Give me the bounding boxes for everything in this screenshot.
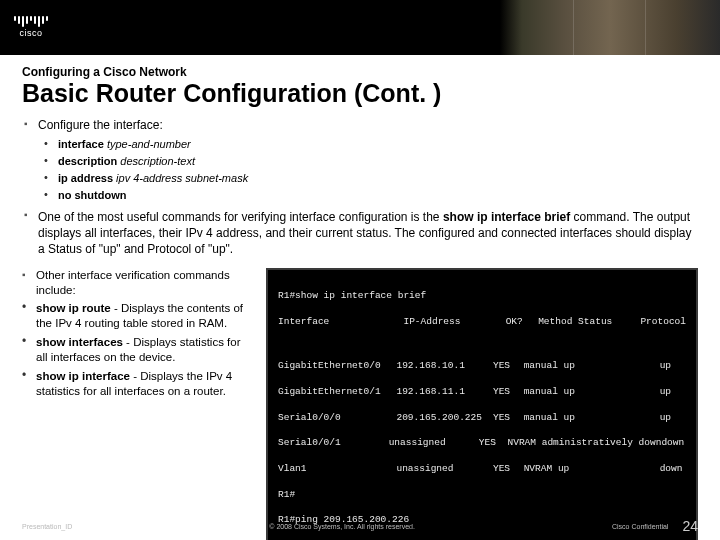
cli-cell: NVRAM up — [524, 463, 660, 476]
cli-cell: down — [660, 463, 686, 476]
cisco-logo: cisco — [14, 16, 48, 39]
para1-pre: One of the most useful commands for veri… — [38, 210, 443, 224]
spacer — [278, 342, 686, 348]
cli-cell: GigabitEthernet0/0 — [278, 360, 396, 373]
header-photo — [500, 0, 720, 55]
cli-cell: YES — [493, 412, 524, 425]
slide-footer: Presentation_ID © 2008 Cisco Systems, In… — [0, 518, 720, 534]
cli-cell: manual up — [524, 412, 660, 425]
cli-cell: 192.168.10.1 — [396, 360, 493, 373]
footer-copyright: © 2008 Cisco Systems, Inc. All rights re… — [72, 523, 612, 530]
cmd-row: ip address ipv 4-address subnet-mask — [44, 172, 698, 184]
left-item-bold: show ip interface — [36, 370, 130, 382]
cli-cell: YES — [493, 360, 524, 373]
cli-cell: YES — [493, 463, 524, 476]
cmd-arg: type-and-number — [107, 138, 191, 150]
footer-right: Cisco Confidential — [612, 523, 668, 530]
command-list: interface type-and-number description de… — [44, 138, 698, 201]
cmd-name: ip address — [58, 172, 113, 184]
page-number: 24 — [682, 518, 698, 534]
cli-cell: up — [660, 386, 686, 399]
section1-heading: Configure the interface: — [24, 118, 698, 132]
cmd-name: description — [58, 155, 117, 167]
slide-content: Configuring a Cisco Network Basic Router… — [0, 55, 720, 540]
cmd-row: no shutdown — [44, 189, 698, 201]
cisco-bars-icon — [14, 16, 48, 27]
cmd-name: interface — [58, 138, 104, 150]
cli-cell: 209.165.200.225 — [396, 412, 493, 425]
cli-cell: YES — [493, 386, 524, 399]
cmd-arg: description-text — [120, 155, 195, 167]
cli-cell: Vlan1 — [278, 463, 396, 476]
paragraph-1: One of the most useful commands for veri… — [24, 209, 698, 258]
cli-cell: manual up — [524, 386, 660, 399]
cli-col: Interface — [278, 316, 403, 329]
left-item: show interfaces - Displays statistics fo… — [22, 335, 252, 365]
cmd-row: interface type-and-number — [44, 138, 698, 150]
cli-output: R1#show ip interface brief InterfaceIP-A… — [266, 268, 698, 540]
cli-data-row: Vlan1unassignedYESNVRAM updown — [278, 463, 686, 476]
left-column: Other interface verification commands in… — [22, 268, 252, 540]
cli-cell: 192.168.11.1 — [396, 386, 493, 399]
cli-cell: down — [661, 437, 686, 450]
logo-text: cisco — [14, 29, 48, 39]
cli-cell: GigabitEthernet0/1 — [278, 386, 396, 399]
cli-col: Method Status — [538, 316, 640, 329]
cli-cell: Serial0/0/1 — [278, 437, 389, 450]
cli-cell: manual up — [524, 360, 660, 373]
cli-header-row: InterfaceIP-AddressOK?Method StatusProto… — [278, 316, 686, 329]
para1-bold: show ip interface brief — [443, 210, 570, 224]
two-column-row: Other interface verification commands in… — [22, 268, 698, 540]
left-item: show ip interface - Displays the IPv 4 s… — [22, 369, 252, 399]
cli-data-row: Serial0/0/1unassignedYESNVRAM administra… — [278, 437, 686, 450]
bullet-list-1: Configure the interface: — [24, 118, 698, 132]
cli-cell: unassigned — [396, 463, 493, 476]
cli-col: OK? — [506, 316, 539, 329]
cmd-arg: ipv 4-address subnet-mask — [116, 172, 248, 184]
left-item-bold: show ip route — [36, 302, 111, 314]
cli-cell: up — [660, 360, 686, 373]
cli-prompt: R1#show ip interface brief — [278, 290, 686, 303]
cli-cell: YES — [479, 437, 508, 450]
cli-cell: up — [660, 412, 686, 425]
cli-data-row: GigabitEthernet0/0192.168.10.1YESmanual … — [278, 360, 686, 373]
cmd-row: description description-text — [44, 155, 698, 167]
left-item-bold: show interfaces — [36, 336, 123, 348]
left-item: show ip route - Displays the contents of… — [22, 301, 252, 331]
bullet-list-2: One of the most useful commands for veri… — [24, 209, 698, 258]
cli-data-row: GigabitEthernet0/1192.168.11.1YESmanual … — [278, 386, 686, 399]
header-banner: cisco — [0, 0, 720, 55]
cli-cell: Serial0/0/0 — [278, 412, 396, 425]
slide-super-title: Configuring a Cisco Network — [22, 65, 698, 79]
cli-data-row: Serial0/0/0209.165.200.225YESmanual upup — [278, 412, 686, 425]
slide-title: Basic Router Configuration (Cont. ) — [22, 79, 698, 108]
cli-cell: unassigned — [389, 437, 479, 450]
cli-col: IP-Address — [403, 316, 505, 329]
cli-cell: NVRAM administratively down — [507, 437, 661, 450]
cmd-name: no shutdown — [58, 189, 126, 201]
left-intro: Other interface verification commands in… — [22, 268, 252, 298]
cli-col: Protocol — [640, 316, 686, 329]
footer-left: Presentation_ID — [22, 523, 72, 530]
cli-prompt: R1# — [278, 489, 686, 502]
